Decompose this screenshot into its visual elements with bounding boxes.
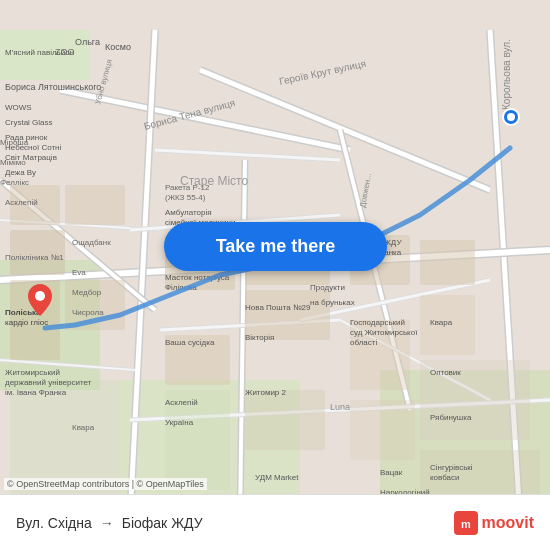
- svg-text:Crystal Glass: Crystal Glass: [5, 118, 53, 127]
- route-info: Вул. Східна → Біофак ЖДУ: [16, 515, 454, 531]
- svg-text:Господарський: Господарський: [350, 318, 405, 327]
- svg-text:ковбаси: ковбаси: [430, 473, 460, 482]
- svg-text:Продукти: Продукти: [310, 283, 345, 292]
- svg-text:Житомирський: Житомирський: [5, 368, 60, 377]
- svg-text:Квара: Квара: [430, 318, 453, 327]
- svg-rect-42: [420, 240, 475, 285]
- svg-text:(ЖКЗ 55-4): (ЖКЗ 55-4): [165, 193, 206, 202]
- svg-text:Нова Пошта №29: Нова Пошта №29: [245, 303, 311, 312]
- svg-text:Феллікс: Феллікс: [0, 178, 29, 187]
- svg-text:Космо: Космо: [105, 42, 131, 52]
- map-attribution: © OpenStreetMap contributors | © OpenMap…: [4, 478, 207, 490]
- svg-text:WOWS: WOWS: [5, 103, 32, 112]
- svg-text:Світ Матраців: Світ Матраців: [5, 153, 57, 162]
- map-container: Бориса Тена вулиця Героїв Крут вулиця Ко…: [0, 0, 550, 550]
- svg-text:Ощадбанк: Ощадбанк: [72, 238, 111, 247]
- svg-text:ім. Івана Франка: ім. Івана Франка: [5, 388, 67, 397]
- svg-text:Ольга: Ольга: [75, 37, 100, 47]
- svg-text:Масток нотаріуса: Масток нотаріуса: [165, 273, 230, 282]
- svg-text:Рябинушка: Рябинушка: [430, 413, 472, 422]
- svg-text:Чисрола: Чисрола: [72, 308, 104, 317]
- svg-text:Оптовик: Оптовик: [430, 368, 461, 377]
- svg-text:Квара: Квара: [72, 423, 95, 432]
- svg-text:державний університет: державний університет: [5, 378, 92, 387]
- moovit-logo[interactable]: m moovit: [454, 511, 534, 535]
- svg-rect-56: [350, 400, 415, 460]
- svg-text:Ракета Р-12: Ракета Р-12: [165, 183, 210, 192]
- svg-text:Корольова вул.: Корольова вул.: [501, 39, 512, 110]
- svg-rect-52: [245, 390, 325, 450]
- svg-text:Eva: Eva: [72, 268, 86, 277]
- svg-text:Бориса Лятошинського: Бориса Лятошинського: [5, 82, 101, 92]
- svg-text:Житомир 2: Житомир 2: [245, 388, 287, 397]
- svg-text:Амбулаторія: Амбулаторія: [165, 208, 212, 217]
- svg-text:УДМ Market: УДМ Market: [255, 473, 299, 482]
- svg-text:Вікторія: Вікторія: [245, 333, 274, 342]
- svg-point-120: [35, 291, 45, 301]
- map-background: Бориса Тена вулиця Героїв Крут вулиця Ко…: [0, 0, 550, 550]
- svg-text:Ваша сусідка: Ваша сусідка: [165, 338, 215, 347]
- svg-text:Асклепій: Асклепій: [5, 198, 38, 207]
- svg-text:Небесної Сотні: Небесної Сотні: [5, 143, 62, 152]
- svg-text:m: m: [461, 518, 471, 530]
- svg-text:на бруньках: на бруньках: [310, 298, 355, 307]
- svg-text:Філіпова: Філіпова: [165, 283, 197, 292]
- svg-text:ZOO: ZOO: [55, 47, 75, 57]
- svg-text:суд Житомирської: суд Житомирської: [350, 328, 418, 337]
- origin-marker: [28, 284, 52, 320]
- arrow-icon: →: [100, 515, 114, 531]
- svg-text:Дежа Ву: Дежа Ву: [5, 168, 36, 177]
- svg-text:Україна: Україна: [165, 418, 194, 427]
- moovit-icon: m: [454, 511, 478, 535]
- bottom-bar: Вул. Східна → Біофак ЖДУ m moovit: [0, 494, 550, 550]
- svg-text:Рада ринок: Рада ринок: [5, 133, 48, 142]
- svg-text:Медбор: Медбор: [72, 288, 102, 297]
- svg-text:Полікліника №1: Полікліника №1: [5, 253, 64, 262]
- svg-text:Асклепій: Асклепій: [165, 398, 198, 407]
- destination-marker: [502, 108, 520, 130]
- to-label: Біофак ЖДУ: [122, 515, 203, 531]
- svg-text:Сінгурівські: Сінгурівські: [430, 463, 473, 472]
- svg-point-122: [507, 113, 515, 121]
- svg-text:області: області: [350, 338, 377, 347]
- from-label: Вул. Східна: [16, 515, 92, 531]
- svg-text:Luna: Luna: [330, 402, 350, 412]
- take-me-there-button[interactable]: Take me there: [164, 222, 387, 271]
- moovit-text: moovit: [482, 514, 534, 532]
- svg-text:Вацак: Вацак: [380, 468, 403, 477]
- svg-rect-49: [65, 185, 125, 225]
